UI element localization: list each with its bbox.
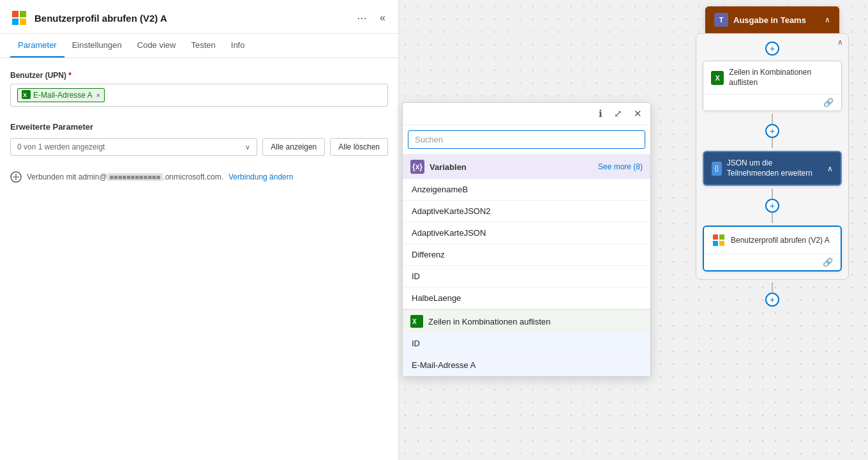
plus-bottom[interactable]: + — [765, 293, 779, 307]
popup-scroll-area[interactable]: {x} Variablen See more (8) AnzeigenameB … — [403, 155, 650, 376]
connector-line-2 — [772, 138, 773, 148]
variables-section-title: Variablen — [430, 162, 467, 172]
popup-expand-button[interactable]: ⤢ — [611, 107, 625, 121]
popup-info-button[interactable]: ℹ — [595, 107, 606, 121]
popup-toolbar: ℹ ⤢ ✕ — [403, 103, 650, 125]
popup-search-area — [403, 125, 650, 155]
svg-rect-9 — [713, 234, 718, 240]
left-panel: Benutzerprofil abrufen (V2) A ⋯ « Parame… — [0, 0, 399, 460]
benutzer-input[interactable]: X E-Mail-Adresse A × — [10, 84, 388, 107]
list-item[interactable]: AdaptiveKarteJSON — [403, 222, 650, 244]
connector-bottom — [772, 282, 773, 293]
connector-line-3 — [772, 188, 773, 199]
group-collapse-button[interactable]: ∧ — [837, 38, 843, 47]
panel-header: Benutzerprofil abrufen (V2) A ⋯ « — [0, 0, 398, 34]
plus-between-2[interactable]: + — [765, 199, 779, 213]
outer-group-box: ∧ + X Zeilen in Kombinationen auflisten … — [696, 33, 849, 280]
excel-node-icon: X — [711, 71, 724, 85]
panel-content: Benutzer (UPN) X E-Mail-Adresse A × Erwe… — [0, 58, 398, 460]
tab-info[interactable]: Info — [223, 34, 253, 57]
svg-rect-11 — [713, 241, 718, 246]
teams-node-collapse-icon: ∧ — [825, 15, 830, 24]
excel-subsection-header: X Zeilen in Kombinationen auflisten — [403, 309, 650, 333]
plus-between-1[interactable]: + — [765, 124, 779, 138]
erweiterte-label: Erweiterte Parameter — [10, 122, 388, 132]
plus-after-teams[interactable]: + — [765, 42, 779, 56]
plus-icon: + — [770, 295, 775, 305]
svg-rect-1 — [20, 11, 26, 17]
tab-einstellungen[interactable]: Einstellungen — [64, 34, 130, 57]
connection-text: Verbunden mit admin@■■■■■■■■■■■■.onmicro… — [27, 172, 223, 181]
svg-rect-2 — [12, 19, 19, 25]
excel-node-link-icon: 🔗 — [823, 98, 834, 107]
search-input[interactable] — [408, 130, 645, 149]
ms-node: Benutzerprofil abrufen (V2) A 🔗 — [703, 226, 842, 272]
list-item-email[interactable]: E-Mail-Adresse A — [403, 355, 650, 376]
plus-icon: + — [770, 201, 775, 211]
svg-rect-12 — [719, 241, 724, 246]
tab-parameter[interactable]: Parameter — [10, 34, 64, 57]
connector-line-1 — [772, 114, 773, 124]
list-item[interactable]: HalbeLaenge — [403, 288, 650, 309]
advanced-row: 0 von 1 werden angezeigt ∨ Alle anzeigen… — [10, 138, 388, 156]
svg-rect-10 — [719, 234, 724, 240]
ms-node-icon — [712, 233, 726, 247]
teams-node-title: Ausgabe in Teams — [733, 15, 806, 25]
excel-tag-icon: X — [22, 90, 31, 100]
connection-icon — [10, 171, 22, 183]
tab-bar: Parameter Einstellungen Code view Testen… — [0, 34, 398, 58]
json-node-icon: {} — [712, 162, 722, 176]
flow-container: T Ausgabe in Teams ∧ ∧ + X Zeilen in — [696, 6, 849, 307]
tab-testen[interactable]: Testen — [183, 34, 223, 57]
tab-code-view[interactable]: Code view — [130, 34, 184, 57]
list-item[interactable]: ID — [403, 333, 650, 355]
alle-anzeigen-button[interactable]: Alle anzeigen — [262, 138, 325, 156]
list-item[interactable]: AnzeigenameB — [403, 179, 650, 201]
dropdown-value: 0 von 1 werden angezeigt — [17, 142, 105, 151]
teams-node: T Ausgabe in Teams ∧ — [705, 6, 839, 33]
plus-icon: + — [770, 43, 775, 54]
list-item[interactable]: Differenz — [403, 244, 650, 266]
ellipsis-button[interactable]: ⋯ — [354, 11, 370, 26]
masked-email: ■■■■■■■■■■■■ — [107, 173, 163, 181]
svg-text:X: X — [412, 318, 417, 325]
list-item[interactable]: AdaptiveKarteJSON2 — [403, 201, 650, 222]
svg-rect-3 — [20, 19, 26, 25]
variables-section-header: {x} Variablen See more (8) — [403, 155, 650, 179]
popup-close-button[interactable]: ✕ — [631, 107, 645, 121]
excel-node: X Zeilen in Kombinationen auflisten 🔗 — [703, 61, 842, 111]
benutzer-label: Benutzer (UPN) — [10, 71, 388, 80]
advanced-dropdown[interactable]: 0 von 1 werden angezeigt ∨ — [10, 138, 257, 156]
excel-subsection-title: Zeilen in Kombinationen auflisten — [428, 317, 551, 326]
tag-remove-button[interactable]: × — [96, 91, 100, 99]
ms-node-title: Benutzerprofil abrufen (V2) A — [731, 236, 830, 246]
list-item[interactable]: ID — [403, 266, 650, 288]
connector-line-4 — [772, 213, 773, 223]
excel-subsection-icon: X — [410, 315, 423, 328]
panel-header-actions: ⋯ « — [354, 11, 388, 26]
panel-title: Benutzerprofil abrufen (V2) A — [34, 13, 348, 24]
ms-office-logo — [10, 9, 28, 27]
connection-change-link[interactable]: Verbindung ändern — [228, 172, 293, 181]
collapse-button[interactable]: « — [377, 11, 388, 25]
ms-node-link-icon: 🔗 — [823, 257, 833, 267]
plus-icon: + — [770, 126, 775, 136]
chevron-down-icon: ∨ — [245, 143, 250, 151]
json-node: {} JSON um die Teilnehmenden erweitern ∧ — [703, 151, 842, 186]
alle-loeschen-button[interactable]: Alle löschen — [330, 138, 388, 156]
dropdown-popup: ℹ ⤢ ✕ {x} Variablen See more (8) Anzeige… — [402, 102, 651, 377]
benutzer-field-group: Benutzer (UPN) X E-Mail-Adresse A × — [10, 71, 388, 107]
connection-row: Verbunden mit admin@■■■■■■■■■■■■.onmicro… — [10, 171, 388, 183]
svg-rect-0 — [12, 11, 19, 17]
excel-node-title: Zeilen in Kombinationen auflisten — [729, 68, 834, 88]
json-node-title: JSON um die Teilnehmenden erweitern — [727, 158, 822, 178]
see-more-link[interactable]: See more (8) — [598, 162, 643, 171]
teams-node-icon: T — [714, 13, 728, 27]
json-node-collapse-icon: ∧ — [827, 164, 833, 173]
email-tag: X E-Mail-Adresse A × — [17, 88, 105, 102]
variables-icon: {x} — [410, 160, 424, 174]
email-tag-text: E-Mail-Adresse A — [33, 91, 93, 100]
svg-text:X: X — [23, 92, 27, 98]
